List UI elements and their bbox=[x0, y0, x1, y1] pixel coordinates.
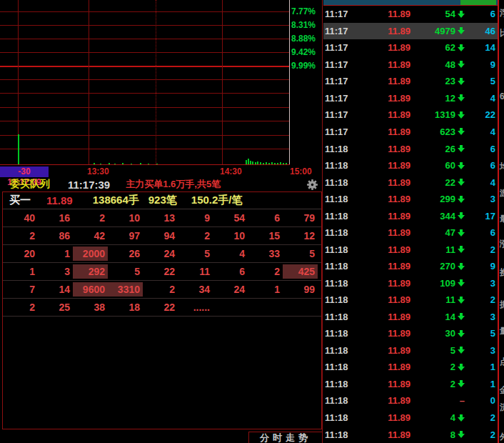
tick-time: 11:18 bbox=[323, 379, 363, 389]
queue-cell: 33 bbox=[248, 247, 283, 261]
level-total-volume: 138664手 bbox=[93, 194, 139, 207]
queue-cell: 2 bbox=[248, 264, 283, 279]
clipped-text-fragment: 6 bbox=[500, 91, 504, 101]
tick-row[interactable]: 11:1711.896214 bbox=[323, 39, 498, 56]
tick-volume-value: 4 bbox=[450, 412, 455, 423]
scrollbar-track[interactable] bbox=[323, 0, 498, 5]
pct-axis-label: 9.99% bbox=[291, 61, 323, 71]
tick-row[interactable]: 11:1811.8942 bbox=[323, 409, 498, 427]
scrollbar-thumb[interactable] bbox=[460, 0, 496, 5]
queue-cell: 40 bbox=[3, 211, 38, 225]
tick-row[interactable]: 11:1711.89546 bbox=[323, 6, 498, 23]
tick-volume: – bbox=[410, 395, 465, 406]
tick-row[interactable]: 11:1811.8982 bbox=[323, 426, 498, 443]
tick-row[interactable]: 11:1811.8953 bbox=[323, 342, 498, 359]
tick-row[interactable]: 11:1811.8921 bbox=[323, 376, 498, 393]
tick-row[interactable]: 11:1811.89143 bbox=[323, 309, 498, 326]
tick-volume: 14 bbox=[410, 312, 465, 322]
tick-price: 11.89 bbox=[363, 93, 410, 104]
tick-row[interactable]: 11:1811.89224 bbox=[323, 174, 498, 191]
down-arrow-icon bbox=[457, 212, 465, 219]
tick-count: 5 bbox=[465, 328, 498, 339]
tick-row[interactable]: 11:1711.89235 bbox=[323, 73, 498, 90]
tick-row[interactable]: 11:1811.89112 bbox=[323, 292, 498, 309]
queue-cell: 13 bbox=[143, 211, 178, 225]
volume-bar bbox=[148, 164, 149, 164]
tick-volume: 11 bbox=[410, 294, 465, 305]
volume-bar bbox=[131, 164, 132, 164]
tick-row[interactable]: 11:1811.89112 bbox=[323, 241, 498, 258]
tick-count: 2 bbox=[465, 429, 498, 440]
queue-cell: 9 bbox=[178, 211, 213, 225]
tick-count: 14 bbox=[465, 42, 498, 53]
tick-row[interactable]: 11:1711.896234 bbox=[323, 124, 498, 141]
tick-count: 3 bbox=[465, 194, 498, 204]
tick-row[interactable]: 11:1811.891093 bbox=[323, 275, 498, 292]
tick-price: 11.89 bbox=[363, 211, 410, 222]
queue-cell: 3 bbox=[38, 264, 73, 279]
arrow-head bbox=[458, 215, 465, 219]
tick-price: 11.89 bbox=[363, 144, 410, 154]
tick-time: 11:18 bbox=[323, 328, 363, 339]
tick-row[interactable]: 11:1711.89489 bbox=[323, 56, 498, 74]
tick-volume: 23 bbox=[410, 76, 465, 86]
tick-volume: 8 bbox=[410, 429, 465, 440]
queue-cell: 18 bbox=[108, 300, 143, 314]
tick-count: 6 bbox=[465, 144, 498, 154]
tick-volume-value: 30 bbox=[445, 328, 455, 339]
volume-bar bbox=[18, 134, 19, 164]
tick-count: 4 bbox=[465, 126, 498, 137]
level-avg-per-order: 150.2手/笔 bbox=[191, 194, 243, 207]
tick-time: 11:18 bbox=[323, 244, 363, 255]
tab-intraday-trend[interactable]: 分时走势 bbox=[248, 432, 323, 443]
intraday-chart: 7.77% 8.31% 8.88% 9.42% 9.99% bbox=[0, 0, 323, 165]
grid-line-horizontal bbox=[0, 93, 289, 94]
arrow-head bbox=[458, 282, 465, 287]
tick-row[interactable]: 11:1811.89606 bbox=[323, 157, 498, 174]
down-arrow-icon bbox=[457, 380, 465, 387]
volume-bar bbox=[263, 163, 264, 164]
tick-volume-value: 299 bbox=[440, 194, 455, 204]
tick-row[interactable]: 11:1811.892993 bbox=[323, 191, 498, 208]
tick-volume-value: 12 bbox=[445, 93, 455, 104]
down-arrow-icon bbox=[457, 179, 465, 186]
queue-cell: 22 bbox=[143, 264, 178, 279]
tick-row[interactable]: 11:1711.89124 bbox=[323, 90, 498, 107]
tick-price: 11.89 bbox=[363, 261, 410, 272]
clipped-text-fragment: 外 bbox=[500, 431, 504, 443]
tick-row[interactable]: 11:1811.892709 bbox=[323, 258, 498, 275]
arrow-head bbox=[458, 30, 465, 34]
grid-line-horizontal bbox=[0, 11, 289, 12]
queue-cell: 14 bbox=[38, 282, 73, 297]
queue-cell bbox=[248, 300, 283, 314]
tick-row[interactable]: 11:1711.89497946 bbox=[323, 23, 498, 40]
tick-row[interactable]: 11:1811.89305 bbox=[323, 325, 498, 342]
tick-price: 11.89 bbox=[363, 328, 410, 339]
gear-icon[interactable] bbox=[306, 179, 318, 191]
arrow-head bbox=[458, 148, 465, 152]
tick-time: 11:18 bbox=[323, 160, 363, 171]
tick-volume: 2 bbox=[410, 379, 465, 389]
volume-bar bbox=[286, 163, 287, 164]
tick-volume: 270 bbox=[410, 261, 465, 272]
clipped-text-fragment: 振 bbox=[500, 299, 504, 311]
tick-row[interactable]: 11:1811.8921 bbox=[323, 359, 498, 376]
tick-row[interactable]: 11:1811.89–0 bbox=[323, 392, 498, 409]
arrow-head bbox=[458, 266, 465, 270]
down-arrow-icon bbox=[457, 229, 465, 237]
queue-row: 132925221162425 bbox=[3, 263, 321, 281]
tick-time: 11:18 bbox=[323, 362, 363, 372]
tick-row[interactable]: 11:1811.89266 bbox=[323, 140, 498, 157]
tick-row[interactable]: 11:1811.8934417 bbox=[323, 207, 498, 224]
tick-row[interactable]: 11:1711.89131922 bbox=[323, 106, 498, 124]
tick-price: 11.89 bbox=[363, 244, 410, 255]
tick-price: 11.89 bbox=[363, 362, 410, 372]
tick-time: 11:17 bbox=[323, 42, 363, 53]
tick-price: 11.89 bbox=[363, 109, 410, 120]
tick-row[interactable]: 11:1811.89476 bbox=[323, 224, 498, 242]
tick-time: 11:18 bbox=[323, 227, 363, 238]
queue-cell: 86 bbox=[38, 229, 73, 243]
tick-count: 22 bbox=[465, 109, 498, 120]
tick-time: 11:18 bbox=[323, 294, 363, 305]
down-arrow-icon bbox=[457, 162, 465, 169]
